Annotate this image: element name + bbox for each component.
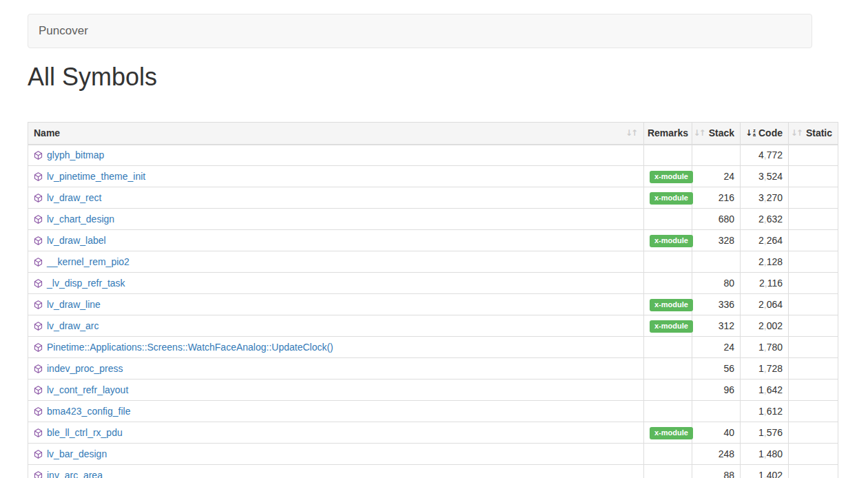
symbol-name-cell: lv_draw_arc [28,315,644,337]
static-cell [789,209,838,230]
symbol-name-cell: lv_pinetime_theme_init [28,166,644,187]
symbol-link[interactable]: ble_ll_ctrl_rx_pdu [47,427,123,438]
cube-icon [34,258,43,267]
cube-icon [34,151,43,160]
symbol-link[interactable]: __kernel_rem_pio2 [47,256,130,267]
symbol-name-cell: lv_draw_label [28,230,644,251]
cube-icon [34,215,43,224]
stack-cell [692,401,741,422]
symbol-link[interactable]: lv_draw_rect [47,192,101,203]
symbol-link[interactable]: inv_arc_area [47,470,103,478]
code-cell: 2,264 [741,230,789,251]
symbol-name-cell: Pinetime::Applications::Screens::WatchFa… [28,337,644,358]
column-header-stack[interactable]: ↓↑ Stack [692,123,741,145]
static-cell [789,187,838,209]
table-row: _lv_disp_refr_task 80 2,116 [28,273,838,294]
symbol-name-cell: _lv_disp_refr_task [28,273,644,294]
stack-cell: 24 [692,166,741,187]
code-cell: 2,002 [741,315,789,337]
column-header-name[interactable]: Name ↓↑ [28,123,644,145]
column-label-stack: Stack [709,127,734,138]
column-header-static[interactable]: ↓↑ Static [789,123,838,145]
remarks-cell: x-module [644,315,692,337]
column-label-code: Code [758,127,783,138]
stack-cell: 80 [692,273,741,294]
static-cell [789,465,838,478]
cube-icon [34,172,43,181]
stack-cell: 56 [692,358,741,380]
symbol-name-cell: __kernel_rem_pio2 [28,251,644,273]
stack-cell: 328 [692,230,741,251]
column-label-remarks: Remarks [648,127,688,138]
cube-icon [34,194,43,202]
code-cell: 1,728 [741,358,789,380]
remarks-cell [644,251,692,273]
code-cell: 1,576 [741,422,789,444]
cube-icon [34,279,43,288]
code-cell: 2,632 [741,209,789,230]
symbols-table: Name ↓↑ Remarks ↓↑ Stack [28,122,838,478]
symbol-name-cell: ble_ll_ctrl_rx_pdu [28,422,644,444]
x-module-badge: x-module [650,171,693,183]
symbol-link[interactable]: lv_chart_design [47,214,114,225]
cube-icon [34,236,43,245]
code-cell: 1,612 [741,401,789,422]
cube-icon [34,343,43,352]
x-module-badge: x-module [650,299,693,311]
brand-link[interactable]: Puncover [39,24,88,38]
table-row: bma423_config_file 1,612 [28,401,838,422]
symbol-link[interactable]: Pinetime::Applications::Screens::WatchFa… [47,342,333,353]
static-cell [789,380,838,401]
symbol-link[interactable]: lv_draw_arc [47,320,99,331]
static-cell [789,145,838,166]
symbol-name-cell: bma423_config_file [28,401,644,422]
table-row: __kernel_rem_pio2 2,128 [28,251,838,273]
symbol-link[interactable]: lv_pinetime_theme_init [47,171,145,182]
code-cell: 3,270 [741,187,789,209]
stack-cell [692,145,741,166]
table-row: lv_pinetime_theme_init x-module 24 3,524 [28,166,838,187]
symbol-link[interactable]: _lv_disp_refr_task [47,278,125,289]
cube-icon [34,386,43,395]
stack-cell [692,251,741,273]
table-row: lv_bar_design 248 1,480 [28,444,838,465]
symbol-name-cell: lv_cont_refr_layout [28,380,644,401]
code-cell: 2,116 [741,273,789,294]
code-cell: 2,128 [741,251,789,273]
symbol-name-cell: inv_arc_area [28,465,644,478]
symbols-table-container: Name ↓↑ Remarks ↓↑ Stack [28,122,838,478]
remarks-cell [644,380,692,401]
cube-icon [34,407,43,416]
navbar: Puncover [28,14,812,48]
symbol-link[interactable]: lv_cont_refr_layout [47,384,128,395]
column-header-remarks[interactable]: Remarks [644,123,692,145]
static-cell [789,294,838,315]
symbol-link[interactable]: lv_bar_design [47,448,107,459]
symbol-link[interactable]: indev_proc_press [47,363,123,374]
table-row: ble_ll_ctrl_rx_pdu x-module 40 1,576 [28,422,838,444]
x-module-badge: x-module [650,427,693,439]
static-cell [789,230,838,251]
column-header-code[interactable]: ↓za Code [741,123,789,145]
symbol-link[interactable]: glyph_bitmap [47,149,104,160]
stack-cell: 216 [692,187,741,209]
table-row: lv_draw_line x-module 336 2,064 [28,294,838,315]
remarks-cell [644,209,692,230]
symbol-name-cell: lv_chart_design [28,209,644,230]
symbol-link[interactable]: bma423_config_file [47,406,130,417]
x-module-badge: x-module [650,192,693,205]
symbols-table-body: glyph_bitmap 4,772 lv_pinetime_theme_ini… [28,145,838,478]
symbol-link[interactable]: lv_draw_label [47,235,106,246]
column-label-name: Name [34,127,60,138]
stack-cell: 24 [692,337,741,358]
code-cell: 1,480 [741,444,789,465]
remarks-cell [644,145,692,166]
cube-icon [34,471,43,478]
static-cell [789,444,838,465]
cube-icon [34,450,43,459]
remarks-cell: x-module [644,187,692,209]
symbol-link[interactable]: lv_draw_line [47,299,101,310]
code-cell: 1,780 [741,337,789,358]
sort-both-icon: ↓↑ [626,128,638,138]
table-row: Pinetime::Applications::Screens::WatchFa… [28,337,838,358]
